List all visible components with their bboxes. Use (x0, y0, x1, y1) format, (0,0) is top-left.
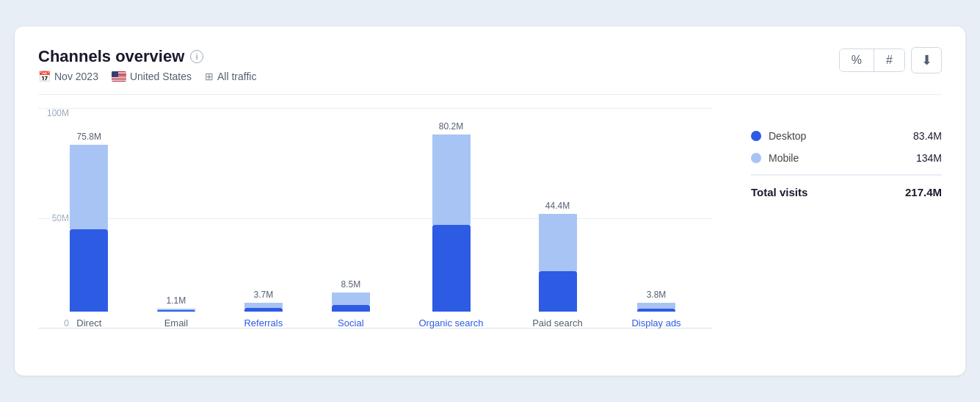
legend-name-desktop: Desktop (769, 130, 806, 142)
bar-group-paid: 44.4M Paid search (532, 201, 583, 329)
bar-label-referrals[interactable]: Referrals (244, 317, 283, 329)
bar-desktop-social (332, 305, 370, 312)
bar-label-social[interactable]: Social (338, 317, 363, 329)
bar-group-referrals: 3.7M Referrals (244, 290, 283, 329)
card-header: Channels overview i 📅 Nov 2023 United St… (38, 47, 942, 95)
bar-value-display: 3.8M (647, 290, 667, 300)
bar-stack-paid (539, 214, 577, 312)
chart-content: 100M 50M 0 75.8M (38, 108, 942, 358)
bar-mobile-direct (70, 145, 108, 229)
bar-value-organic: 80.2M (439, 121, 463, 132)
legend-item-desktop: Desktop 83.4M (751, 130, 942, 142)
legend-value-mobile: 134M (916, 152, 942, 164)
bar-group-organic: 80.2M Organic search (418, 121, 483, 329)
bar-label-email: Email (164, 317, 189, 329)
legend-name-mobile: Mobile (769, 152, 799, 164)
meta-row: 📅 Nov 2023 United States ⊞ All traffic (38, 71, 256, 82)
view-toggle-group: % # (839, 49, 905, 72)
bar-desktop-paid (539, 271, 577, 312)
bar-label-direct: Direct (76, 317, 101, 329)
bar-group-email: 1.1M Email (157, 295, 195, 329)
bar-group-social: 8.5M Social (332, 279, 370, 329)
bar-value-paid: 44.4M (545, 201, 570, 211)
bar-desktop-organic (432, 225, 471, 312)
traffic-label: All traffic (217, 71, 256, 82)
bar-label-paid: Paid search (532, 317, 583, 329)
legend-value-desktop: 83.4M (913, 130, 942, 142)
bar-group-display: 3.8M Display ads (631, 290, 680, 329)
traffic-icon: ⊞ (205, 71, 214, 82)
bar-desktop-email (157, 310, 195, 312)
bar-label-display[interactable]: Display ads (631, 317, 680, 329)
bar-stack-email (157, 309, 195, 312)
country-label: United States (130, 71, 192, 82)
calendar-icon: 📅 (38, 71, 51, 82)
bar-mobile-social (332, 292, 370, 305)
download-button[interactable]: ⬇ (911, 47, 942, 73)
legend-dot-desktop (751, 131, 761, 141)
info-icon[interactable]: i (190, 50, 203, 63)
hash-toggle-button[interactable]: # (874, 49, 904, 71)
bar-mobile-referrals (244, 303, 283, 308)
flag-icon (112, 71, 126, 82)
bar-stack-direct (70, 145, 108, 312)
total-visits-value: 217.4M (905, 186, 942, 198)
bar-group-direct: 75.8M Direct (70, 132, 108, 329)
total-visits-label: Total visits (751, 186, 807, 198)
legend-left-desktop: Desktop (751, 130, 806, 142)
legend-left-mobile: Mobile (751, 152, 799, 164)
meta-date: 📅 Nov 2023 (38, 71, 98, 82)
card-title: Channels overview (38, 47, 184, 66)
bar-desktop-direct (70, 229, 108, 312)
legend-divider (751, 174, 942, 176)
date-label: Nov 2023 (54, 71, 98, 82)
meta-country: United States (112, 71, 192, 82)
bar-stack-display (637, 303, 675, 312)
chart-area: 100M 50M 0 75.8M (38, 108, 713, 358)
bar-value-direct: 75.8M (77, 132, 101, 142)
bar-mobile-paid (539, 214, 577, 271)
header-right: % # ⬇ (839, 47, 942, 73)
bar-mobile-display (637, 303, 675, 309)
bar-value-social: 8.5M (341, 279, 360, 290)
channels-overview-card: Channels overview i 📅 Nov 2023 United St… (15, 26, 965, 376)
bar-value-email: 1.1M (167, 295, 186, 306)
title-row: Channels overview i (38, 47, 256, 66)
meta-traffic: ⊞ All traffic (205, 71, 256, 82)
download-icon: ⬇ (921, 52, 932, 68)
bar-desktop-display (637, 309, 675, 312)
header-left: Channels overview i 📅 Nov 2023 United St… (38, 47, 256, 82)
percent-toggle-button[interactable]: % (840, 49, 874, 71)
bar-stack-social (332, 292, 370, 312)
legend-area: Desktop 83.4M Mobile 134M Total visits 2… (736, 108, 942, 358)
bar-desktop-referrals (244, 308, 283, 312)
bar-stack-organic (432, 134, 471, 312)
bar-mobile-organic (432, 134, 471, 225)
bar-label-organic[interactable]: Organic search (418, 317, 483, 329)
legend-dot-mobile (751, 153, 761, 163)
legend-total: Total visits 217.4M (751, 186, 942, 198)
bar-stack-referrals (244, 303, 283, 312)
bar-value-referrals: 3.7M (254, 290, 274, 300)
legend-item-mobile: Mobile 134M (751, 152, 942, 164)
